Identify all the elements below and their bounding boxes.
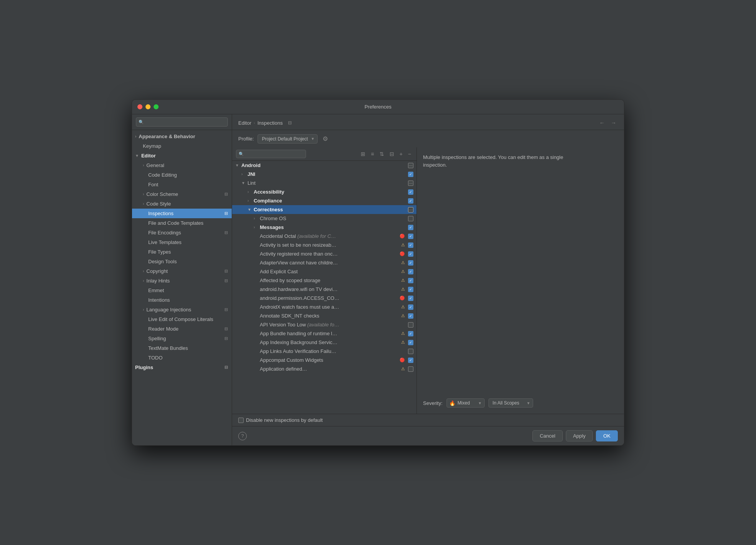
filter-search-input[interactable] [236, 150, 306, 158]
activity-checkbox[interactable]: ✓ [408, 242, 413, 248]
tree-row-androidx-watch[interactable]: AndroidX watch faces must use a… ⚠ ✓ [232, 303, 416, 311]
tree-row-scoped-storage[interactable]: Affected by scoped storage ⚠ ✓ [232, 276, 416, 285]
correctness-checkbox[interactable] [408, 207, 413, 212]
tree-row-messages[interactable]: › Messages ✓ [232, 223, 416, 232]
error-badge: 🔴 [400, 234, 405, 239]
sidebar-item-file-code-templates[interactable]: File and Code Templates [132, 218, 232, 228]
tree-row-compliance[interactable]: › Compliance ✓ [232, 196, 416, 205]
scope-select[interactable]: In All Scopes In Project Files Everywher… [488, 398, 533, 408]
tree-row-adapterview[interactable]: AdapterView cannot have childre… ⚠ ✓ [232, 258, 416, 267]
hardware-wifi-checkbox[interactable]: ✓ [408, 287, 413, 292]
tree-row-accidental-octal[interactable]: Accidental Octal (available for C… 🔴 ✓ [232, 232, 416, 241]
androidx-watch-checkbox[interactable]: ✓ [408, 304, 413, 310]
sidebar-item-reader-mode[interactable]: Reader Mode ⊟ [132, 324, 232, 334]
tree-row-appcompat[interactable]: Appcompat Custom Widgets 🔴 ✓ [232, 356, 416, 364]
app-links-checkbox[interactable] [408, 349, 413, 354]
tree-row-app-links[interactable]: App Links Auto Verification Failu… [232, 347, 416, 356]
sidebar-search-input[interactable] [136, 117, 228, 127]
tree-row-android[interactable]: ▼ Android [232, 161, 416, 170]
tree-row-permission[interactable]: android.permission.ACCESS_CO… 🔴 ✓ [232, 294, 416, 303]
tree-row-add-explicit-cast[interactable]: Add Explicit Cast ⚠ ✓ [232, 267, 416, 276]
sidebar-item-language-injections[interactable]: › Language Injections ⊟ [132, 305, 232, 314]
permission-checkbox[interactable]: ✓ [408, 296, 413, 301]
messages-checkbox[interactable]: ✓ [408, 225, 413, 230]
tree-row-api-version[interactable]: API Version Too Low (available fo… [232, 320, 416, 329]
appcompat-checkbox[interactable]: ✓ [408, 358, 413, 363]
bottom-bar: Disable new inspections by default [232, 414, 624, 426]
sidebar-item-general[interactable]: › General [132, 160, 232, 170]
accessibility-checkbox[interactable]: ✓ [408, 189, 413, 195]
sidebar-item-appearance[interactable]: › Appearance & Behavior [132, 132, 232, 141]
tree-row-accessibility[interactable]: › Accessibility ✓ [232, 187, 416, 196]
add-button[interactable]: + [398, 150, 404, 158]
tree-row-lint[interactable]: ▼ Lint [232, 179, 416, 187]
close-button[interactable] [137, 104, 142, 109]
sidebar-item-keymap[interactable]: Keymap [132, 141, 232, 151]
profile-select[interactable]: Project Default Project Default [258, 134, 318, 144]
tree-row-activity-registered[interactable]: Activity registered more than onc… 🔴 ✓ [232, 249, 416, 258]
sidebar-item-file-encodings[interactable]: File Encodings ⊟ [132, 228, 232, 237]
apply-button[interactable]: Apply [566, 430, 593, 441]
app-bundle-checkbox[interactable]: ✓ [408, 331, 413, 336]
cancel-button[interactable]: Cancel [532, 430, 562, 441]
adapterview-checkbox[interactable]: ✓ [408, 260, 413, 266]
collapse-all-button[interactable]: ⇅ [378, 150, 386, 158]
minimize-button[interactable] [146, 104, 151, 109]
scoped-storage-checkbox[interactable]: ✓ [408, 278, 413, 283]
sidebar-item-inlay-hints[interactable]: › Inlay Hints ⊟ [132, 276, 232, 286]
warning-badge: ⚠ [401, 269, 405, 274]
forward-button[interactable]: → [609, 119, 618, 127]
activity-reg-checkbox[interactable]: ✓ [408, 251, 413, 257]
back-button[interactable]: ← [598, 119, 606, 127]
breadcrumb-parent: Editor [238, 120, 251, 126]
sidebar-item-color-scheme[interactable]: › Color Scheme ⊟ [132, 189, 232, 199]
tree-row-application-defined[interactable]: Application defined… ⚠ [232, 364, 416, 373]
sidebar-item-spelling[interactable]: Spelling ⊟ [132, 334, 232, 343]
toggle-button[interactable]: ⊟ [388, 150, 396, 158]
sidebar-item-inspections[interactable]: Inspections ⊟ [132, 209, 232, 218]
chevron-right-icon: › [254, 216, 258, 221]
maximize-button[interactable] [154, 104, 159, 109]
chrome-os-checkbox[interactable] [408, 216, 413, 221]
sidebar-item-todo[interactable]: TODO [132, 353, 232, 363]
sidebar-item-code-style[interactable]: › Code Style [132, 199, 232, 209]
tree-row-activity-non-resize[interactable]: Activity is set to be non resizeab… ⚠ ✓ [232, 241, 416, 249]
sidebar-item-live-templates[interactable]: Live Templates [132, 237, 232, 247]
sidebar-item-live-edit-compose[interactable]: Live Edit of Compose Literals [132, 314, 232, 324]
disable-new-inspections-checkbox[interactable] [238, 418, 244, 423]
sidebar-item-plugins[interactable]: Plugins ⊟ [132, 363, 232, 372]
sidebar-item-intentions[interactable]: Intentions [132, 295, 232, 305]
tree-row-jni[interactable]: › JNI ✓ [232, 170, 416, 179]
ok-button[interactable]: OK [596, 430, 618, 441]
annotate-sdk-checkbox[interactable]: ✓ [408, 313, 413, 319]
sidebar-item-emmet[interactable]: Emmet [132, 286, 232, 295]
help-button[interactable]: ? [238, 432, 247, 440]
tree-row-app-bundle[interactable]: App Bundle handling of runtime l… ⚠ ✓ [232, 329, 416, 338]
lint-checkbox[interactable] [408, 181, 413, 186]
sidebar-item-copyright[interactable]: › Copyright ⊟ [132, 266, 232, 276]
api-version-checkbox[interactable] [408, 322, 413, 328]
gear-button[interactable]: ⚙ [321, 134, 329, 144]
tree-row-annotate-sdk[interactable]: Annotate SDK_INT checks ⚠ ✓ [232, 311, 416, 320]
expand-all-button[interactable]: ≡ [369, 150, 375, 158]
sidebar-item-font[interactable]: Font [132, 180, 232, 189]
sidebar-item-file-types[interactable]: File Types [132, 247, 232, 257]
tree-row-chrome-os[interactable]: › Chrome OS [232, 214, 416, 223]
disable-checkbox-label[interactable]: Disable new inspections by default [238, 417, 323, 423]
filter-button[interactable]: ⊞ [359, 150, 367, 158]
remove-button[interactable]: − [406, 150, 413, 158]
application-defined-checkbox[interactable] [408, 366, 413, 372]
accidental-octal-checkbox[interactable]: ✓ [408, 234, 413, 239]
sidebar-item-design-tools[interactable]: Design Tools [132, 257, 232, 266]
android-checkbox[interactable] [408, 163, 413, 168]
sidebar-item-code-editing[interactable]: Code Editing [132, 170, 232, 180]
sidebar-item-editor[interactable]: ▼ Editor [132, 151, 232, 160]
jni-checkbox[interactable]: ✓ [408, 172, 413, 177]
app-indexing-checkbox[interactable]: ✓ [408, 340, 413, 345]
tree-row-app-indexing[interactable]: App Indexing Background Servic… ⚠ ✓ [232, 338, 416, 347]
compliance-checkbox[interactable]: ✓ [408, 198, 413, 204]
explicit-cast-checkbox[interactable]: ✓ [408, 269, 413, 274]
sidebar-item-textmate-bundles[interactable]: TextMate Bundles [132, 343, 232, 353]
tree-row-correctness[interactable]: ▼ Correctness [232, 205, 416, 214]
tree-row-hardware-wifi[interactable]: android.hardware.wifi on TV devi… ⚠ ✓ [232, 285, 416, 294]
